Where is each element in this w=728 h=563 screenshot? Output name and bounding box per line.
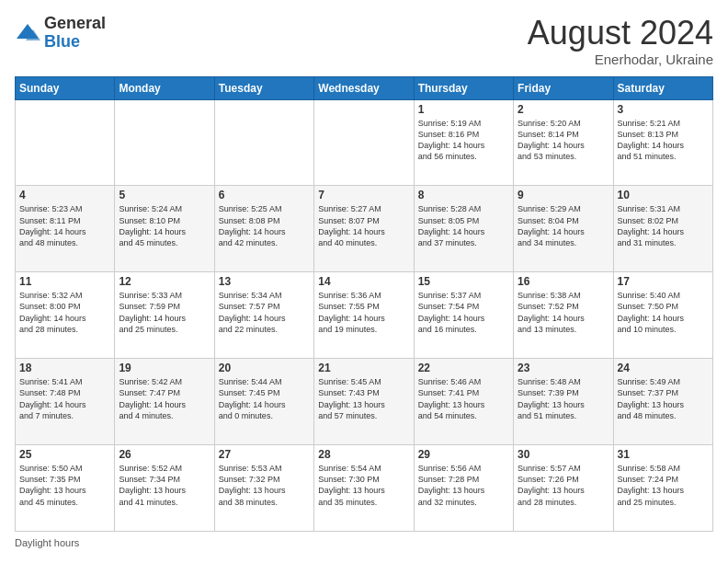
day-number: 24 bbox=[618, 362, 709, 374]
calendar-cell: 3Sunrise: 5:21 AM Sunset: 8:13 PM Daylig… bbox=[613, 99, 712, 186]
day-number: 8 bbox=[418, 189, 509, 201]
day-number: 9 bbox=[518, 189, 609, 201]
calendar-cell: 7Sunrise: 5:27 AM Sunset: 8:07 PM Daylig… bbox=[314, 186, 414, 272]
cell-info: Sunrise: 5:54 AM Sunset: 7:30 PM Dayligh… bbox=[318, 463, 409, 508]
calendar-cell: 30Sunrise: 5:57 AM Sunset: 7:26 PM Dayli… bbox=[514, 445, 613, 532]
cell-info: Sunrise: 5:19 AM Sunset: 8:16 PM Dayligh… bbox=[418, 118, 509, 163]
cell-info: Sunrise: 5:49 AM Sunset: 7:37 PM Dayligh… bbox=[618, 376, 709, 421]
day-number: 30 bbox=[518, 448, 609, 461]
week-row-5: 25Sunrise: 5:50 AM Sunset: 7:35 PM Dayli… bbox=[16, 445, 713, 532]
day-number: 28 bbox=[318, 448, 409, 461]
cell-info: Sunrise: 5:45 AM Sunset: 7:43 PM Dayligh… bbox=[318, 376, 409, 421]
day-number: 25 bbox=[19, 448, 110, 461]
col-header-saturday: Saturday bbox=[613, 76, 712, 99]
day-number: 2 bbox=[518, 103, 609, 116]
month-year: August 2024 bbox=[528, 15, 713, 52]
calendar-cell: 5Sunrise: 5:24 AM Sunset: 8:10 PM Daylig… bbox=[115, 186, 214, 272]
col-header-wednesday: Wednesday bbox=[314, 76, 414, 99]
cell-info: Sunrise: 5:31 AM Sunset: 8:02 PM Dayligh… bbox=[618, 203, 709, 248]
cell-info: Sunrise: 5:46 AM Sunset: 7:41 PM Dayligh… bbox=[418, 376, 509, 421]
day-number: 4 bbox=[19, 189, 110, 201]
day-number: 19 bbox=[119, 362, 210, 374]
calendar-cell: 9Sunrise: 5:29 AM Sunset: 8:04 PM Daylig… bbox=[514, 186, 613, 272]
col-header-friday: Friday bbox=[514, 76, 613, 99]
col-header-tuesday: Tuesday bbox=[214, 76, 313, 99]
calendar-cell: 21Sunrise: 5:45 AM Sunset: 7:43 PM Dayli… bbox=[314, 359, 414, 445]
location: Enerhodar, Ukraine bbox=[528, 52, 713, 67]
calendar-cell: 11Sunrise: 5:32 AM Sunset: 8:00 PM Dayli… bbox=[16, 272, 115, 359]
calendar-cell: 23Sunrise: 5:48 AM Sunset: 7:39 PM Dayli… bbox=[514, 359, 613, 445]
calendar-cell: 10Sunrise: 5:31 AM Sunset: 8:02 PM Dayli… bbox=[613, 186, 712, 272]
calendar-cell: 17Sunrise: 5:40 AM Sunset: 7:50 PM Dayli… bbox=[613, 272, 712, 359]
day-number: 16 bbox=[518, 275, 609, 288]
day-number: 12 bbox=[119, 275, 210, 288]
day-number: 29 bbox=[418, 448, 509, 461]
cell-info: Sunrise: 5:20 AM Sunset: 8:14 PM Dayligh… bbox=[518, 118, 609, 163]
col-header-thursday: Thursday bbox=[414, 76, 513, 99]
calendar-cell: 19Sunrise: 5:42 AM Sunset: 7:47 PM Dayli… bbox=[115, 359, 214, 445]
day-number: 14 bbox=[318, 275, 409, 288]
cell-info: Sunrise: 5:34 AM Sunset: 7:57 PM Dayligh… bbox=[219, 290, 310, 335]
col-header-sunday: Sunday bbox=[16, 76, 115, 99]
calendar-cell: 6Sunrise: 5:25 AM Sunset: 8:08 PM Daylig… bbox=[214, 186, 313, 272]
calendar-cell: 31Sunrise: 5:58 AM Sunset: 7:24 PM Dayli… bbox=[613, 445, 712, 532]
cell-info: Sunrise: 5:58 AM Sunset: 7:24 PM Dayligh… bbox=[618, 463, 709, 508]
day-number: 20 bbox=[219, 362, 310, 374]
calendar-cell: 16Sunrise: 5:38 AM Sunset: 7:52 PM Dayli… bbox=[514, 272, 613, 359]
cell-info: Sunrise: 5:48 AM Sunset: 7:39 PM Dayligh… bbox=[518, 376, 609, 421]
calendar-cell: 14Sunrise: 5:36 AM Sunset: 7:55 PM Dayli… bbox=[314, 272, 414, 359]
logo-text: General Blue bbox=[44, 15, 106, 52]
calendar-cell: 20Sunrise: 5:44 AM Sunset: 7:45 PM Dayli… bbox=[214, 359, 313, 445]
day-number: 17 bbox=[618, 275, 709, 288]
cell-info: Sunrise: 5:21 AM Sunset: 8:13 PM Dayligh… bbox=[618, 118, 709, 163]
day-number: 3 bbox=[618, 103, 709, 116]
day-number: 27 bbox=[219, 448, 310, 461]
calendar-cell: 12Sunrise: 5:33 AM Sunset: 7:59 PM Dayli… bbox=[115, 272, 214, 359]
cell-info: Sunrise: 5:40 AM Sunset: 7:50 PM Dayligh… bbox=[618, 290, 709, 335]
cell-info: Sunrise: 5:57 AM Sunset: 7:26 PM Dayligh… bbox=[518, 463, 609, 508]
calendar-cell: 8Sunrise: 5:28 AM Sunset: 8:05 PM Daylig… bbox=[414, 186, 513, 272]
calendar-cell bbox=[214, 99, 313, 186]
cell-info: Sunrise: 5:42 AM Sunset: 7:47 PM Dayligh… bbox=[119, 376, 210, 421]
cell-info: Sunrise: 5:27 AM Sunset: 8:07 PM Dayligh… bbox=[318, 203, 409, 248]
calendar-cell: 1Sunrise: 5:19 AM Sunset: 8:16 PM Daylig… bbox=[414, 99, 513, 186]
calendar-cell: 4Sunrise: 5:23 AM Sunset: 8:11 PM Daylig… bbox=[16, 186, 115, 272]
day-number: 11 bbox=[19, 275, 110, 288]
cell-info: Sunrise: 5:23 AM Sunset: 8:11 PM Dayligh… bbox=[19, 203, 110, 248]
cell-info: Sunrise: 5:24 AM Sunset: 8:10 PM Dayligh… bbox=[119, 203, 210, 248]
cell-info: Sunrise: 5:52 AM Sunset: 7:34 PM Dayligh… bbox=[119, 463, 210, 508]
calendar-cell bbox=[115, 99, 214, 186]
calendar-cell: 2Sunrise: 5:20 AM Sunset: 8:14 PM Daylig… bbox=[514, 99, 613, 186]
calendar-cell bbox=[16, 99, 115, 186]
calendar-cell bbox=[314, 99, 414, 186]
day-number: 1 bbox=[418, 103, 509, 116]
calendar-cell: 18Sunrise: 5:41 AM Sunset: 7:48 PM Dayli… bbox=[16, 359, 115, 445]
day-number: 21 bbox=[318, 362, 409, 374]
day-number: 22 bbox=[418, 362, 509, 374]
calendar-cell: 25Sunrise: 5:50 AM Sunset: 7:35 PM Dayli… bbox=[16, 445, 115, 532]
header-row: SundayMondayTuesdayWednesdayThursdayFrid… bbox=[16, 76, 713, 99]
logo: General Blue bbox=[15, 15, 106, 52]
title-block: August 2024 Enerhodar, Ukraine bbox=[528, 15, 713, 67]
week-row-1: 1Sunrise: 5:19 AM Sunset: 8:16 PM Daylig… bbox=[16, 99, 713, 186]
page: General Blue August 2024 Enerhodar, Ukra… bbox=[0, 0, 728, 563]
week-row-2: 4Sunrise: 5:23 AM Sunset: 8:11 PM Daylig… bbox=[16, 186, 713, 272]
calendar-cell: 28Sunrise: 5:54 AM Sunset: 7:30 PM Dayli… bbox=[314, 445, 414, 532]
cell-info: Sunrise: 5:41 AM Sunset: 7:48 PM Dayligh… bbox=[19, 376, 110, 421]
calendar-cell: 27Sunrise: 5:53 AM Sunset: 7:32 PM Dayli… bbox=[214, 445, 313, 532]
logo-icon bbox=[15, 20, 40, 46]
day-number: 6 bbox=[219, 189, 310, 201]
calendar-cell: 22Sunrise: 5:46 AM Sunset: 7:41 PM Dayli… bbox=[414, 359, 513, 445]
day-number: 7 bbox=[318, 189, 409, 201]
day-number: 31 bbox=[618, 448, 709, 461]
calendar-cell: 26Sunrise: 5:52 AM Sunset: 7:34 PM Dayli… bbox=[115, 445, 214, 532]
day-number: 5 bbox=[119, 189, 210, 201]
footer: Daylight hours bbox=[15, 537, 713, 548]
col-header-monday: Monday bbox=[115, 76, 214, 99]
cell-info: Sunrise: 5:32 AM Sunset: 8:00 PM Dayligh… bbox=[19, 290, 110, 335]
week-row-4: 18Sunrise: 5:41 AM Sunset: 7:48 PM Dayli… bbox=[16, 359, 713, 445]
cell-info: Sunrise: 5:36 AM Sunset: 7:55 PM Dayligh… bbox=[318, 290, 409, 335]
week-row-3: 11Sunrise: 5:32 AM Sunset: 8:00 PM Dayli… bbox=[16, 272, 713, 359]
calendar-cell: 24Sunrise: 5:49 AM Sunset: 7:37 PM Dayli… bbox=[613, 359, 712, 445]
cell-info: Sunrise: 5:56 AM Sunset: 7:28 PM Dayligh… bbox=[418, 463, 509, 508]
